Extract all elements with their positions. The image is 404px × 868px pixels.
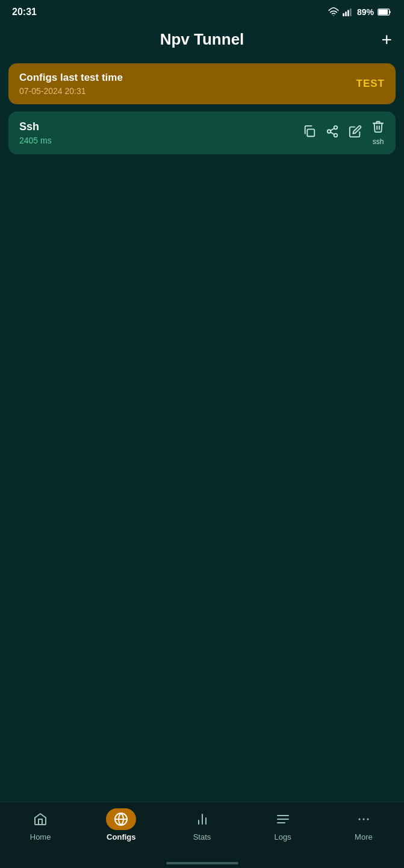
bottom-indicator — [166, 862, 238, 864]
svg-rect-6 — [379, 10, 388, 15]
ssh-actions: ssh — [303, 120, 385, 146]
copy-icon — [303, 125, 316, 138]
nav-item-logs[interactable]: Logs — [243, 808, 323, 841]
delete-group: ssh — [371, 120, 385, 146]
ssh-name: Ssh — [19, 121, 52, 133]
status-icons: 89% — [328, 7, 392, 17]
ssh-info: Ssh 2405 ms — [19, 121, 52, 145]
delete-button[interactable] — [371, 120, 385, 136]
nav-item-configs[interactable]: Configs — [81, 808, 161, 841]
edit-button[interactable] — [349, 125, 362, 141]
share-icon — [326, 125, 339, 138]
svg-rect-4 — [350, 8, 352, 16]
svg-rect-2 — [345, 11, 347, 16]
nav-label-configs: Configs — [107, 832, 135, 841]
ssh-delete-label: ssh — [373, 137, 384, 146]
battery-text: 89% — [357, 7, 374, 17]
battery-icon — [378, 8, 392, 16]
app-header: Npv Tunnel + — [0, 24, 404, 58]
test-button[interactable]: TEST — [356, 78, 385, 90]
banner-date: 07-05-2024 20:31 — [19, 86, 123, 96]
svg-rect-3 — [347, 10, 349, 17]
edit-icon — [349, 125, 362, 138]
nav-item-home[interactable]: Home — [0, 808, 81, 841]
svg-point-21 — [358, 819, 360, 820]
copy-button[interactable] — [303, 125, 316, 141]
wifi-icon — [328, 7, 339, 17]
svg-point-22 — [362, 819, 364, 820]
nav-icon-wrap-stats — [187, 808, 217, 830]
share-button[interactable] — [326, 125, 339, 141]
nav-item-more[interactable]: More — [323, 808, 404, 841]
globe-icon — [114, 812, 128, 826]
svg-rect-7 — [307, 129, 314, 136]
nav-label-logs: Logs — [275, 832, 291, 841]
more-icon — [356, 812, 371, 826]
nav-label-more: More — [355, 832, 373, 841]
svg-line-11 — [331, 132, 334, 134]
logs-icon — [276, 812, 290, 826]
nav-item-stats[interactable]: Stats — [161, 808, 242, 841]
svg-rect-1 — [343, 13, 344, 16]
nav-icon-wrap-more — [349, 808, 379, 830]
nav-icon-wrap-logs — [268, 808, 298, 830]
trash-icon — [371, 120, 385, 133]
main-content: Configs last test time 07-05-2024 20:31 … — [0, 58, 404, 159]
status-time: 20:31 — [12, 7, 37, 17]
banner-title: Configs last test time — [19, 72, 123, 84]
nav-icon-wrap-configs — [106, 808, 136, 830]
status-bar: 20:31 89% — [0, 0, 404, 24]
add-config-button[interactable]: + — [381, 31, 392, 49]
nav-label-stats: Stats — [193, 832, 211, 841]
ssh-card: Ssh 2405 ms — [8, 112, 396, 154]
configs-banner-text: Configs last test time 07-05-2024 20:31 — [19, 72, 123, 96]
configs-banner: Configs last test time 07-05-2024 20:31 … — [8, 63, 396, 104]
stats-icon — [195, 812, 210, 826]
signal-icon — [343, 8, 353, 16]
nav-label-home: Home — [30, 832, 51, 841]
svg-line-12 — [331, 128, 334, 131]
svg-point-23 — [367, 819, 368, 820]
nav-icon-wrap-home — [25, 808, 55, 830]
bottom-nav: Home Configs Stats — [0, 802, 404, 868]
home-icon — [33, 812, 48, 826]
page-title: Npv Tunnel — [160, 30, 244, 49]
ssh-latency: 2405 ms — [19, 136, 52, 145]
svg-point-0 — [333, 15, 334, 16]
